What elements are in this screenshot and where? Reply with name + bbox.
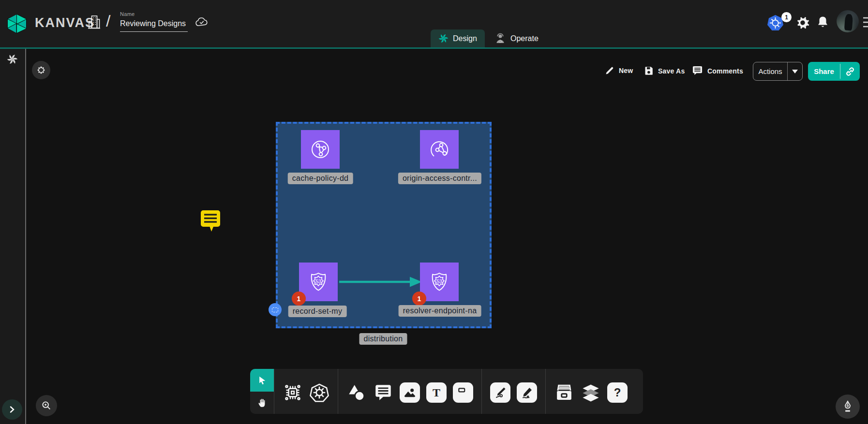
text-tool[interactable]: T: [426, 382, 447, 403]
zoom-button[interactable]: [36, 395, 57, 416]
group-edge-handle[interactable]: [269, 303, 282, 316]
tab-operate[interactable]: Operate: [487, 29, 546, 47]
shapes-tool[interactable]: [346, 382, 367, 403]
cloud-sync-icon[interactable]: [195, 16, 209, 29]
edge-arrow[interactable]: [338, 276, 423, 288]
new-button[interactable]: New: [605, 66, 633, 75]
comment-tool[interactable]: [373, 382, 393, 403]
save-floppy-icon: [644, 66, 654, 76]
node-label-record-set[interactable]: record-set-my: [288, 306, 347, 317]
node-label-cache-policy[interactable]: cache-policy-dd: [288, 173, 353, 184]
header-bar: KANVAS / Name Reviewing Designs: [0, 0, 868, 47]
tab-design[interactable]: Design: [431, 29, 485, 47]
help-tool[interactable]: ?: [607, 382, 628, 403]
design-name-input[interactable]: Reviewing Designs: [120, 19, 189, 28]
node-label-resolver-endpoint[interactable]: resolver-endpoint-na: [399, 305, 481, 317]
toolbar-section-panels: ?: [546, 369, 636, 414]
kubernetes-count-badge: 1: [781, 12, 792, 22]
design-swirl-icon: [438, 33, 449, 44]
text-tool-letter: T: [433, 386, 440, 399]
tab-design-label: Design: [453, 34, 477, 43]
node-resolver-endpoint[interactable]: 53: [420, 263, 459, 301]
select-tool[interactable]: [250, 369, 274, 392]
node-cache-policy[interactable]: [301, 130, 340, 169]
bottom-toolbar: T: [250, 369, 643, 414]
comments-label: Comments: [707, 67, 743, 75]
save-as-label: Save As: [658, 67, 685, 75]
toolbar-section-components: [274, 369, 338, 414]
resolver-endpoint-count-badge: 1: [412, 292, 426, 306]
kanvas-app: KANVAS / Name Reviewing Designs: [0, 0, 868, 424]
share-label[interactable]: Share: [808, 62, 840, 81]
actions-split-button[interactable]: Actions: [753, 62, 803, 81]
kubernetes-tool[interactable]: [309, 382, 329, 403]
kanvas-logo-icon[interactable]: [5, 13, 29, 34]
toolbar-section-annotations: T: [338, 369, 481, 414]
actions-caret-icon[interactable]: [788, 62, 802, 80]
new-pencil-icon: [605, 66, 614, 75]
breadcrumb-separator: /: [106, 12, 110, 30]
layers-tool[interactable]: [581, 382, 601, 403]
help-question-mark: ?: [614, 386, 621, 399]
operate-person-icon: [494, 33, 506, 44]
pen-tool[interactable]: [490, 382, 510, 403]
brand-title: KANVAS: [35, 15, 95, 30]
image-tool[interactable]: [400, 382, 420, 403]
save-as-button[interactable]: Save As: [644, 66, 685, 76]
record-set-count-badge: 1: [292, 292, 306, 306]
new-label: New: [619, 67, 633, 74]
user-avatar[interactable]: [837, 10, 859, 32]
design-name-underline: [120, 31, 188, 32]
meshery-spiral-icon[interactable]: [7, 54, 18, 65]
freehand-pencil-tool[interactable]: [517, 382, 537, 403]
left-sidebar: [0, 49, 26, 424]
node-origin-access-control[interactable]: [420, 130, 459, 169]
toolbar-section-drawing: [482, 369, 545, 414]
canvas-comment-marker[interactable]: [199, 209, 222, 233]
route53-shield-number: 53: [315, 278, 321, 284]
route53-shield-number: 53: [436, 278, 442, 284]
design-name-field[interactable]: Name Reviewing Designs: [120, 11, 189, 32]
notifications-bell-icon[interactable]: [816, 15, 829, 29]
header-accent-divider: [0, 47, 868, 49]
drawer-tool[interactable]: [554, 382, 574, 403]
pointer-tool-group: [250, 369, 274, 414]
design-name-label: Name: [120, 11, 189, 17]
component-chip-tool[interactable]: [283, 382, 303, 403]
notes-tool[interactable]: [453, 382, 473, 403]
settings-gear-icon[interactable]: [795, 15, 810, 30]
tab-operate-label: Operate: [510, 34, 539, 43]
share-split-button[interactable]: Share: [808, 62, 860, 81]
actions-label[interactable]: Actions: [753, 62, 787, 80]
share-link-icon[interactable]: [840, 62, 860, 81]
comments-bubble-icon: [692, 66, 703, 76]
sidebar-expand-chevron-button[interactable]: [2, 399, 22, 420]
dock-flower-button[interactable]: [32, 61, 50, 79]
comments-button[interactable]: Comments: [692, 66, 743, 76]
node-label-origin-access[interactable]: origin-access-contr...: [398, 173, 481, 184]
organization-icon[interactable]: [88, 15, 101, 30]
group-label-distribution[interactable]: distribution: [359, 333, 407, 345]
menu-icon[interactable]: [863, 16, 868, 29]
signature-pen-button[interactable]: [836, 395, 860, 419]
pan-hand-tool[interactable]: [250, 392, 274, 414]
